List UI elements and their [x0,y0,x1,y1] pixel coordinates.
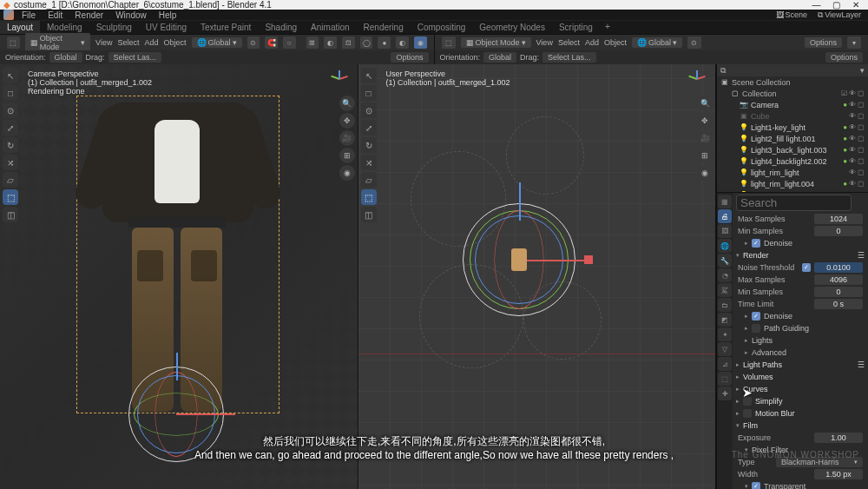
eye-icon[interactable]: 👁 [849,123,856,131]
properties-tab[interactable]: 🗀 [718,298,732,312]
tab-animation[interactable]: Animation [304,21,356,34]
shading-solid[interactable]: ● [378,36,391,49]
viewport-user[interactable]: User Perspective (1) Collection | outfit… [358,64,717,489]
time-limit-value[interactable]: 0 s [814,299,863,309]
orientation-selector-r[interactable]: 🌐Global▾ [632,37,682,48]
volumes-panel[interactable]: Volumes [743,373,773,381]
disable-icon[interactable]: ▢ [858,146,865,154]
panel-menu-icon[interactable]: ☰ [858,360,865,369]
disable-icon[interactable]: ▢ [858,89,865,97]
orientation-selector[interactable]: 🌐Global▾ [192,37,242,48]
tab-scripting[interactable]: Scripting [552,21,600,34]
properties-tab[interactable]: ◩ [718,313,732,327]
tab-texturepaint[interactable]: Texture Paint [194,21,258,34]
nav-button[interactable]: 🔍 [339,96,355,111]
options-caret-r[interactable]: ▾ [847,36,861,49]
properties-tab[interactable]: 鯊 [718,283,732,297]
tool-button[interactable]: ⊙ [3,102,18,118]
tab-shading[interactable]: Shading [258,21,304,34]
shading-matprev[interactable]: ◐ [396,36,409,49]
light-paths-panel[interactable]: Light Paths [743,360,782,369]
nav-button[interactable]: 🎥 [339,130,355,146]
outliner-item[interactable]: 💡Light2_fill light.001●👁▢ [717,133,868,144]
scene-selector[interactable]: 🖼Scene [773,10,812,19]
eye-icon[interactable]: 👁 [849,180,856,188]
orientation-value[interactable]: Global [49,52,82,63]
outliner-item[interactable]: 💡Light3_back_light.003●👁▢ [717,144,868,155]
max-samples-value[interactable]: 1024 [814,214,863,224]
minimize-button[interactable]: — [807,0,825,10]
path-guiding-checkbox[interactable] [752,324,760,333]
properties-tab[interactable]: ⊿ [718,357,732,371]
drag-value-r[interactable]: Select Las... [542,52,596,63]
nav-button[interactable]: ⊞ [339,148,355,163]
manipulator-gizmo-right[interactable] [463,203,575,316]
panel-menu-icon[interactable]: ☰ [858,251,865,260]
tool-button[interactable]: ↻ [3,137,18,153]
nav-button[interactable]: 🔍 [697,96,713,111]
tool-button[interactable]: ◫ [361,207,377,222]
filter-icon[interactable]: ▾ [860,66,865,75]
select-menu-r[interactable]: Select [558,38,580,47]
motion-blur-panel[interactable]: Motion Blur [755,409,795,418]
eye-icon[interactable]: 👁 [849,169,856,176]
tab-sculpting[interactable]: Sculpting [89,21,139,34]
outliner-item[interactable]: 💡light_rim_light.004●👁▢ [717,178,868,189]
eye-icon[interactable]: 👁 [849,112,856,120]
overlay-toggle[interactable]: ◐ [324,36,337,49]
menu-render[interactable]: Render [70,10,108,20]
outliner-item[interactable]: 💡light_rim_light👁▢ [717,167,868,178]
properties-tab[interactable]: 🌐 [718,239,732,253]
xray-toggle[interactable]: ⊡ [342,36,355,49]
pf-width-value[interactable]: 1.50 px [814,469,863,479]
tab-modeling[interactable]: Modeling [40,21,89,34]
r-max-samples-value[interactable]: 4096 [814,274,863,285]
options-btn-r[interactable]: Options [805,37,842,48]
simplify-panel[interactable]: Simplify [755,397,783,406]
tool-button[interactable]: ⤢ [3,120,18,135]
nav-button[interactable]: ◉ [339,165,355,181]
disable-icon[interactable]: ▢ [858,123,865,131]
tab-layout[interactable]: Layout [0,21,40,34]
advanced-panel[interactable]: Advanced [752,348,786,357]
properties-tab[interactable]: ▽ [718,342,732,356]
outliner-scene-collection[interactable]: ▣ Scene Collection [717,76,868,88]
disable-icon[interactable]: ▢ [858,101,865,109]
view-menu[interactable]: View [95,38,112,47]
object-menu[interactable]: Object [164,38,187,47]
denoise2-checkbox[interactable]: ✓ [752,312,760,320]
menu-file[interactable]: File [17,10,40,20]
exposure-value[interactable]: 1.00 [814,433,863,443]
lights-panel[interactable]: Lights [752,336,773,345]
eye-icon[interactable]: 👁 [849,146,856,154]
outliner-item[interactable]: 📷Camera●👁▢ [717,99,868,110]
properties-tab[interactable]: ⬚ [718,372,732,386]
denoise-checkbox[interactable]: ✓ [752,239,760,248]
tool-button[interactable]: ◫ [3,207,18,222]
tab-rendering[interactable]: Rendering [357,21,411,34]
properties-tab[interactable]: ▦ [718,195,732,208]
properties-tab[interactable]: ◔ [718,268,732,282]
options-dropdown-r[interactable]: Options [825,52,863,63]
tool-button[interactable]: ⤨ [3,155,18,170]
close-button[interactable]: ✕ [847,0,865,10]
tab-add-button[interactable]: + [602,22,614,34]
pivot-button-r[interactable]: ⊙ [687,36,701,49]
disable-icon[interactable]: ▢ [858,135,865,142]
add-menu-r[interactable]: Add [585,38,599,47]
outliner-item[interactable]: 💡Light1-key_light●👁▢ [717,122,868,133]
tool-button[interactable]: □ [3,85,18,101]
shading-rendered[interactable]: ◉ [414,36,427,49]
menu-window[interactable]: Window [111,10,151,20]
add-menu[interactable]: Add [144,38,158,47]
menu-help[interactable]: Help [155,10,181,20]
nav-button[interactable]: ◉ [697,165,713,181]
maximize-button[interactable]: ▢ [827,0,845,10]
menu-edit[interactable]: Edit [43,10,67,20]
options-dropdown[interactable]: Options [391,52,428,63]
outliner-item[interactable]: 💡Light4_backlight2.002●👁▢ [717,155,868,167]
properties-tab[interactable]: 🔧 [718,254,732,268]
disable-icon[interactable]: ▢ [858,157,865,165]
disable-icon[interactable]: ▢ [858,169,865,176]
editor-type-icon-r[interactable]: ⬚ [442,36,456,49]
